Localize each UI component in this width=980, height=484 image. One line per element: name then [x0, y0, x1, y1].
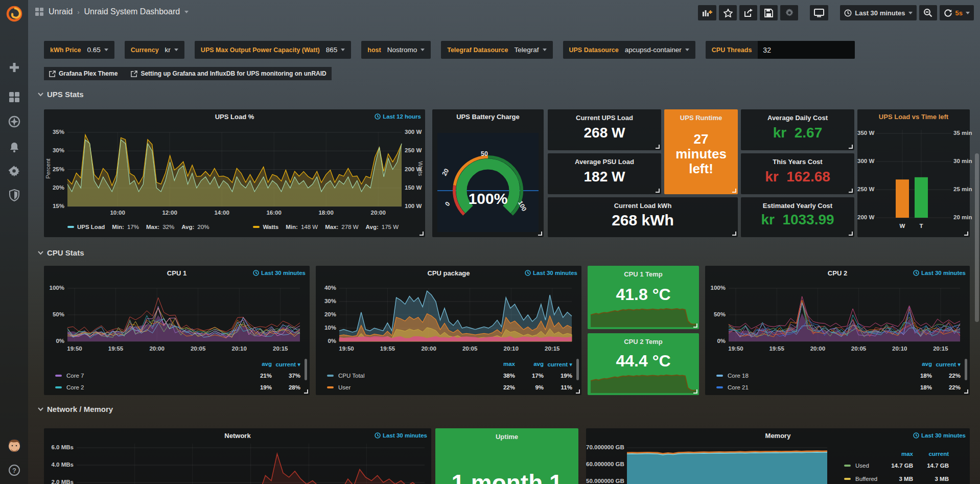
add-panel-button[interactable] — [698, 5, 716, 20]
variable-kwh-price: kWh Price0.65 — [44, 41, 114, 59]
legend-scrollbar[interactable] — [576, 359, 579, 380]
dashboard-grid-icon — [35, 7, 44, 16]
variable-dropdown[interactable]: apcupsd-container — [625, 46, 689, 54]
axis-tick: 300 W — [405, 129, 422, 135]
y-axis-label: Percent — [45, 153, 51, 184]
legend-series-name[interactable]: Core 7 — [55, 373, 84, 379]
bar-label: W — [896, 223, 909, 229]
axis-tick: 20:00 — [417, 345, 440, 352]
stat-title[interactable]: Current Load kWh — [548, 202, 738, 210]
cycle-view-mode-button[interactable] — [810, 5, 828, 20]
legend-col-max[interactable]: max — [484, 361, 515, 367]
time-range-label: Last 30 minutes — [855, 9, 905, 17]
legend-series-name[interactable]: Core 21 — [716, 384, 749, 390]
axis-tick: 40% — [316, 285, 336, 291]
variable-dropdown[interactable]: Telegraf — [514, 46, 546, 54]
dashboard-link[interactable]: Setting up Grafana and InfluxDB for UPS … — [131, 70, 326, 77]
breadcrumb-page[interactable]: Unraid System Dashboard — [84, 7, 180, 16]
legend-col-max[interactable]: max — [877, 451, 913, 457]
variable-dropdown[interactable]: Nostromo — [387, 46, 425, 54]
stat-title[interactable]: Uptime — [435, 433, 578, 441]
variable-dropdown[interactable]: kr — [165, 46, 178, 54]
axis-tick: 20:10 — [500, 345, 522, 352]
variable-label: UPS Datasource — [569, 47, 619, 54]
variable-ups-datasource: UPS Datasourceapcupsd-container — [563, 41, 695, 59]
section-network-memory[interactable]: Network / Memory — [38, 405, 113, 413]
share-button[interactable] — [739, 5, 757, 20]
axis-tick: 18:00 — [316, 210, 336, 216]
legend-item[interactable]: UPS LoadMin:17%Max:32%Avg:20% — [67, 224, 209, 230]
save-button[interactable] — [760, 5, 778, 20]
alerting-bell-icon[interactable] — [7, 140, 21, 154]
variable-dropdown[interactable]: 0.65 — [87, 46, 108, 54]
star-button[interactable] — [719, 5, 737, 20]
axis-tick: 19:50 — [335, 345, 358, 352]
variable-dropdown[interactable]: 865 — [326, 46, 345, 54]
legend-col-avg[interactable]: avg — [513, 361, 544, 367]
time-range-picker[interactable]: Last 30 minutes — [840, 5, 916, 20]
axis-tick: 0% — [316, 338, 336, 344]
axis-tick: 20:15 — [929, 345, 952, 352]
stat-title[interactable]: UPS Runtime — [664, 114, 738, 122]
stat-title[interactable]: This Years Cost — [741, 158, 854, 166]
legend-value: 22% — [930, 384, 961, 390]
variable-label: Currency — [131, 47, 159, 54]
legend-col-current[interactable]: current — [913, 451, 949, 457]
legend-col-avg[interactable]: avg — [241, 361, 272, 367]
legend-col-current[interactable]: current ▾ — [270, 361, 300, 368]
dashboard-link[interactable]: Grafana Plex Theme — [49, 70, 118, 77]
dashboards-icon[interactable] — [7, 90, 21, 104]
stat-average-daily-cost: Average Daily Cost kr 2.67 — [741, 109, 854, 150]
legend-value: 21% — [241, 373, 272, 379]
y-axis-label: Watts — [417, 157, 424, 180]
stat-value: 182 W — [548, 169, 661, 185]
axis-tick: 350 W — [857, 130, 874, 136]
stat-title[interactable]: Average Daily Cost — [741, 114, 854, 122]
axis-tick: 300 W — [857, 158, 874, 164]
variable-input[interactable] — [758, 41, 855, 59]
breadcrumb-root[interactable]: Unraid — [49, 7, 73, 16]
legend-col-current[interactable]: current ▾ — [930, 361, 961, 368]
legend-scrollbar[interactable] — [965, 359, 967, 380]
legend-value: 9% — [513, 384, 544, 390]
dashboard-links-row: Grafana Plex ThemeSetting up Grafana and… — [44, 67, 332, 80]
legend-value: 18% — [901, 373, 932, 379]
legend-series-name[interactable]: Buffered — [844, 476, 877, 482]
legend-series-name[interactable]: Core 2 — [55, 384, 84, 390]
axis-tick: 35 min — [953, 130, 972, 136]
configuration-gear-icon[interactable] — [7, 164, 21, 178]
dashboard-settings-button[interactable] — [780, 5, 798, 20]
axis-tick: 200 W — [857, 214, 874, 220]
stat-title[interactable]: Average PSU Load — [548, 158, 661, 166]
stat-cpu2-temp: CPU 2 Temp 44.4 °C — [588, 333, 699, 395]
axis-tick: 20:00 — [368, 210, 388, 216]
refresh-button[interactable]: 5s — [940, 5, 974, 20]
legend-series-name[interactable]: User — [327, 384, 351, 390]
legend-series-name[interactable]: Core 18 — [716, 373, 749, 379]
legend-scrollbar[interactable] — [305, 359, 307, 380]
stat-title[interactable]: Estimated Yearly Cost — [741, 202, 854, 210]
legend-swatch-icon — [55, 375, 62, 377]
legend-col-avg[interactable]: avg — [901, 361, 932, 367]
stat-title[interactable]: Current UPS Load — [548, 114, 661, 122]
legend-swatch-icon — [327, 375, 334, 377]
section-ups-stats[interactable]: UPS Stats — [38, 90, 84, 99]
stat-value: 268 W — [548, 125, 661, 141]
legend-series-name[interactable]: CPU Total — [327, 373, 365, 379]
section-cpu-stats[interactable]: CPU Stats — [38, 248, 84, 257]
grafana-logo-icon[interactable] — [5, 4, 24, 24]
create-plus-icon[interactable] — [7, 60, 21, 75]
legend-series-name[interactable]: Used — [844, 463, 869, 469]
zoom-out-button[interactable] — [919, 5, 937, 20]
server-admin-shield-icon[interactable] — [7, 188, 21, 202]
axis-tick: 100% — [44, 285, 64, 291]
stat-value: kr 162.68 — [741, 169, 854, 185]
chart-canvas — [857, 109, 970, 237]
user-avatar[interactable] — [6, 437, 22, 454]
page-scrollbar[interactable] — [975, 153, 979, 322]
help-icon[interactable]: ? — [7, 463, 21, 477]
explore-compass-icon[interactable] — [7, 114, 21, 129]
legend-col-current[interactable]: current ▾ — [542, 361, 572, 368]
breadcrumb-caret-icon[interactable] — [184, 11, 189, 13]
legend-item[interactable]: WattsMin:148 WMax:278 WAvg:175 W — [253, 224, 399, 230]
